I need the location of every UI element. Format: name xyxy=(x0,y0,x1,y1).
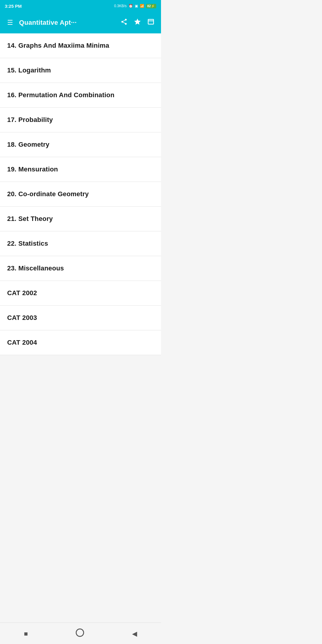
status-bar: 3:25 PM 0.3KB/s ⏰ ▣ 📶 82 ⚡ xyxy=(0,0,161,12)
app-title: Quantitative Apt··· xyxy=(19,19,115,27)
window-icon[interactable] xyxy=(145,16,156,29)
list-item-cat2002[interactable]: CAT 2002 xyxy=(0,281,161,306)
sim-icon: ▣ xyxy=(135,4,138,8)
list-item-18[interactable]: 18. Geometry xyxy=(0,132,161,157)
signal-icon: 📶 xyxy=(140,4,144,8)
list-item-label: 19. Mensuration xyxy=(7,165,58,173)
alarm-icon: ⏰ xyxy=(129,4,133,8)
list-item-cat2003[interactable]: CAT 2003 xyxy=(0,306,161,330)
topic-list: 14. Graphs And Maxiima Minima 15. Logari… xyxy=(0,33,161,355)
list-item-label: 20. Co-ordinate Geometry xyxy=(7,190,89,198)
list-item-label: CAT 2004 xyxy=(7,339,37,346)
list-item-cat2004[interactable]: CAT 2004 xyxy=(0,330,161,355)
list-item-23[interactable]: 23. Miscellaneous xyxy=(0,256,161,281)
list-item-19[interactable]: 19. Mensuration xyxy=(0,157,161,182)
list-item-20[interactable]: 20. Co-ordinate Geometry xyxy=(0,182,161,207)
list-item-label: 22. Statistics xyxy=(7,240,48,247)
list-item-label: 23. Miscellaneous xyxy=(7,264,64,272)
list-item-label: 18. Geometry xyxy=(7,141,49,148)
network-speed: 0.3KB/s xyxy=(114,4,127,8)
list-item-label: CAT 2003 xyxy=(7,314,37,322)
list-item-21[interactable]: 21. Set Theory xyxy=(0,207,161,231)
battery-indicator: 82 ⚡ xyxy=(146,4,156,8)
star-icon[interactable] xyxy=(132,16,143,29)
list-item-label: 21. Set Theory xyxy=(7,215,53,223)
list-item-label: 16. Permutation And Combination xyxy=(7,91,114,99)
svg-rect-0 xyxy=(148,19,154,24)
list-item-14[interactable]: 14. Graphs And Maxiima Minima xyxy=(0,33,161,58)
app-bar-actions xyxy=(119,16,156,29)
list-item-label: CAT 2002 xyxy=(7,289,37,297)
app-bar: ☰ Quantitative Apt··· xyxy=(0,12,161,33)
status-time: 3:25 PM xyxy=(5,4,22,9)
list-item-17[interactable]: 17. Probability xyxy=(0,108,161,132)
list-item-label: 17. Probability xyxy=(7,116,53,124)
list-item-label: 14. Graphs And Maxiima Minima xyxy=(7,42,109,49)
menu-icon[interactable]: ☰ xyxy=(5,16,16,29)
list-item-label: 15. Logarithm xyxy=(7,66,51,74)
list-item-22[interactable]: 22. Statistics xyxy=(0,231,161,256)
list-item-16[interactable]: 16. Permutation And Combination xyxy=(0,83,161,108)
status-right: 0.3KB/s ⏰ ▣ 📶 82 ⚡ xyxy=(114,4,156,8)
list-item-15[interactable]: 15. Logarithm xyxy=(0,58,161,83)
share-icon[interactable] xyxy=(119,16,129,29)
